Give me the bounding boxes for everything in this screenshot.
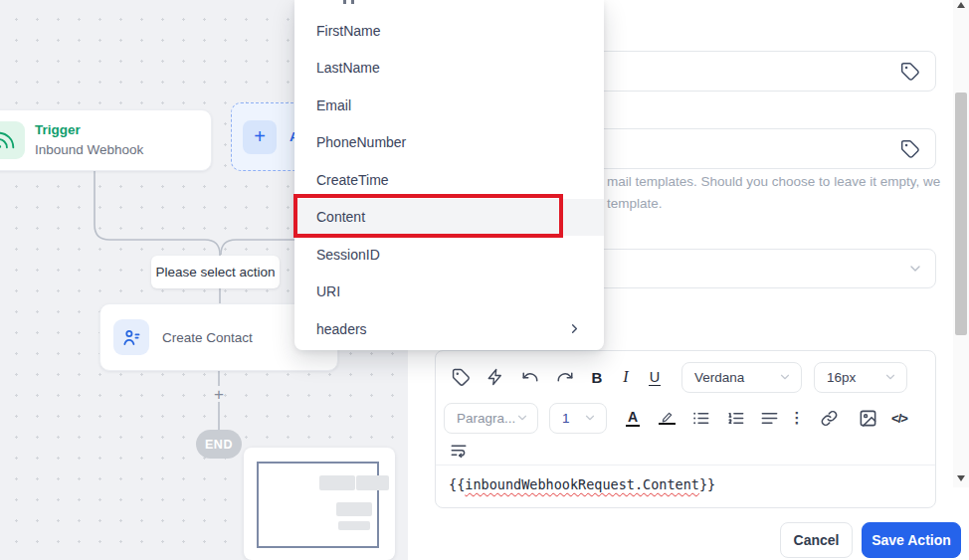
ordered-list-icon[interactable] (720, 409, 750, 428)
chevron-down-icon (515, 411, 529, 425)
rich-text-editor: B I U Verdana 16px (435, 350, 936, 508)
merge-field-dropdown: FirstName LastName Email PhoneNumber Cre… (294, 0, 604, 350)
dropdown-item-email[interactable]: Email (294, 87, 604, 124)
select-action-pill[interactable]: Please select action (151, 256, 280, 288)
preview-placeholder-bar (338, 521, 370, 530)
line-height-select[interactable]: 1 (549, 403, 607, 434)
dropdown-item-firstname[interactable]: FirstName (294, 12, 604, 50)
link-icon[interactable] (814, 409, 844, 428)
helper-line-1: mail templates. Should you choose to lea… (607, 171, 955, 193)
dropdown-item-uri[interactable]: URI (294, 274, 604, 311)
toolbar-divider (436, 465, 935, 466)
create-contact-label: Create Contact (162, 330, 253, 345)
image-icon[interactable] (853, 409, 882, 428)
bullet-list-icon[interactable] (685, 409, 715, 428)
dropdown-item-content[interactable]: Content (294, 199, 604, 237)
chevron-down-icon (907, 261, 923, 277)
font-size-select[interactable]: 16px (814, 362, 907, 393)
plus-icon: + (243, 120, 277, 154)
save-action-button-label: Save Action (872, 532, 951, 548)
wrap-text-icon[interactable] (444, 442, 474, 460)
preview-card[interactable] (244, 448, 395, 560)
chevron-down-icon (883, 370, 897, 384)
select-action-label: Please select action (155, 265, 275, 280)
save-action-button[interactable]: Save Action (862, 522, 961, 558)
workflow-builder-screen: Trigger Inbound Webhook + Add Please sel… (0, 0, 969, 560)
scroll-up-arrow-icon[interactable] (957, 2, 965, 8)
text-color-button[interactable]: A (620, 409, 646, 427)
tag-icon[interactable] (444, 368, 478, 387)
contact-person-icon (113, 319, 149, 355)
font-size-value: 16px (827, 370, 856, 385)
chevron-down-icon (778, 370, 792, 384)
panel-scrollbar[interactable] (953, 0, 969, 487)
bold-button[interactable]: B (582, 369, 612, 386)
underline-button[interactable]: U (640, 369, 670, 386)
dropdown-item-lastname[interactable]: LastName (294, 50, 604, 88)
code-view-button[interactable]: </> (884, 411, 914, 426)
dropdown-item-createtime[interactable]: CreateTime (294, 161, 604, 199)
insert-step-plus[interactable]: + (210, 385, 228, 405)
webhook-signal-icon (0, 121, 25, 159)
undo-icon[interactable] (512, 368, 547, 386)
merge-tag-close: }} (699, 476, 715, 492)
font-family-select[interactable]: Verdana (681, 362, 802, 393)
preview-placeholder-bar (319, 475, 355, 490)
helper-line-2: template. (607, 193, 955, 215)
highlight-marker-icon[interactable] (654, 411, 679, 425)
preview-placeholder-bar (356, 475, 389, 490)
dropdown-item-headers[interactable]: headers (294, 310, 604, 348)
tag-icon[interactable] (900, 62, 920, 82)
template-helper-text: mail templates. Should you choose to lea… (607, 171, 955, 216)
scrollbar-thumb[interactable] (955, 93, 967, 335)
trigger-node[interactable]: Trigger Inbound Webhook (0, 109, 212, 171)
paragraph-style-value: Paragra... (457, 411, 515, 426)
editor-content[interactable]: {{inboundWebhookRequest.Content}} (449, 476, 715, 492)
cancel-button[interactable]: Cancel (780, 522, 853, 558)
chevron-down-icon (583, 411, 597, 425)
dropdown-item-sessionid[interactable]: SessionID (294, 236, 604, 274)
tag-icon[interactable] (900, 139, 920, 159)
scroll-down-arrow-icon[interactable] (957, 475, 965, 481)
trigger-node-title: Trigger (35, 120, 143, 140)
paragraph-style-select[interactable]: Paragra... (444, 403, 538, 434)
trigger-node-subtitle: Inbound Webhook (35, 140, 143, 160)
align-icon[interactable] (754, 409, 784, 428)
redo-icon[interactable] (547, 368, 582, 386)
zap-icon[interactable] (478, 368, 512, 386)
end-badge: END (196, 430, 242, 459)
cancel-button-label: Cancel (794, 532, 840, 548)
font-family-value: Verdana (694, 370, 744, 385)
dropdown-item-phonenumber[interactable]: PhoneNumber (294, 124, 604, 162)
line-height-value: 1 (562, 411, 570, 426)
merge-tag-open: {{ (449, 476, 465, 492)
merge-tag-token: inboundWebhookRequest.Content (465, 476, 699, 492)
more-options-icon[interactable]: ⋮ (788, 409, 806, 427)
chevron-right-icon (567, 321, 582, 336)
italic-button[interactable]: I (612, 368, 640, 386)
preview-placeholder-bar (336, 502, 372, 516)
dropdown-item-partial (343, 0, 357, 4)
